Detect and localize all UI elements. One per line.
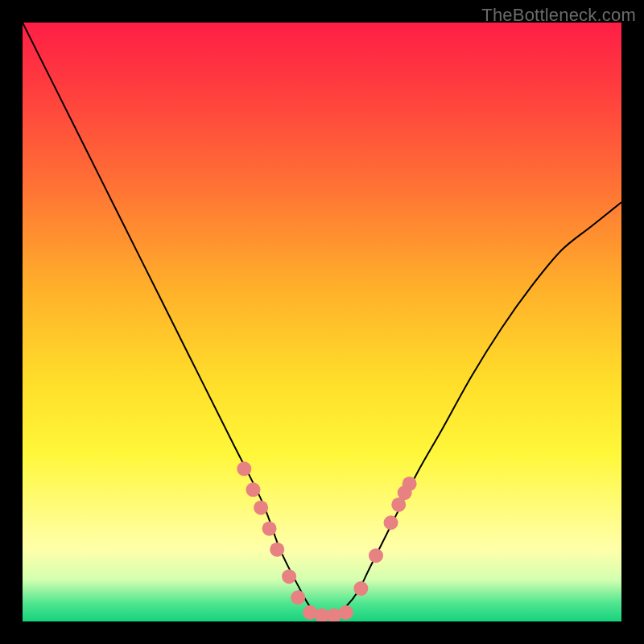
bottleneck-curve-line — [23, 23, 621, 615]
curve-marker — [339, 605, 353, 620]
curve-marker — [237, 461, 251, 476]
curve-marker — [402, 477, 417, 491]
curve-marker — [291, 590, 305, 605]
chart-plot-area — [23, 23, 621, 621]
curve-marker — [327, 609, 341, 621]
curve-marker — [282, 569, 296, 584]
curve-marker — [353, 581, 368, 596]
curve-marker — [262, 522, 277, 536]
curve-marker — [369, 548, 383, 563]
curve-marker — [384, 515, 398, 530]
curve-marker — [246, 482, 260, 497]
bottleneck-chart — [23, 23, 621, 621]
curve-marker — [254, 501, 268, 515]
watermark-text: TheBottleneck.com — [481, 5, 636, 26]
curve-markers — [237, 461, 416, 621]
curve-marker — [270, 543, 284, 557]
chart-frame: TheBottleneck.com — [0, 0, 644, 644]
